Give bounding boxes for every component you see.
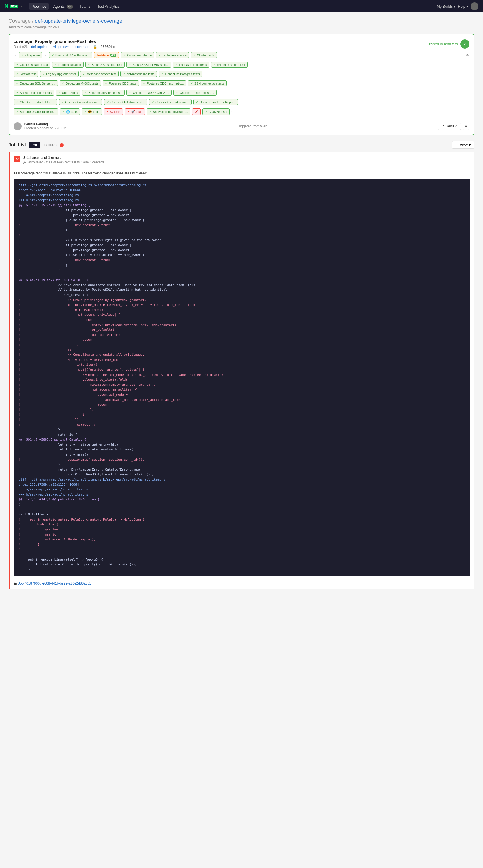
- build-title: coverage: Properly ignore non-Rust files: [13, 39, 115, 44]
- rebuild-icon: ↺: [442, 124, 445, 128]
- tag-restart[interactable]: ✓ Restart test: [13, 71, 38, 77]
- build-pipeline[interactable]: def-:update-privilege-owners-coverage: [31, 45, 89, 49]
- view-button[interactable]: ⊞ View ▾: [452, 141, 475, 149]
- rebuild-button[interactable]: ↺ Rebuild: [438, 123, 461, 130]
- error-subtitle: ▶ Uncovered Lines in Pull Request in Cod…: [23, 160, 105, 164]
- author-name: Dennis Felsing: [24, 122, 66, 126]
- tag-metabase[interactable]: ✓ Metabase smoke test: [80, 71, 119, 77]
- tab-failures[interactable]: Failures 1: [41, 142, 67, 148]
- pipeline-tags-row4: ✓ Debezium SQL Server t... ✓ Debezium My…: [13, 80, 470, 86]
- tag-kafka-sasl[interactable]: ✓ Kafka SASL PLAIN smo...: [126, 62, 171, 67]
- tag-checks-drop[interactable]: ✓ Checks + DROP/CREAT...: [126, 90, 171, 96]
- page-subtitle: Tests with code coverage for PRs: [8, 25, 475, 29]
- tag-kafka-persistence[interactable]: ✓ Kafka persistence: [121, 52, 154, 58]
- tag-build-x86[interactable]: ✓ Build x86_64 with cove...: [49, 52, 92, 58]
- tag-more-button[interactable]: ›: [231, 108, 232, 115]
- logo-separator: ·: [21, 4, 22, 8]
- pipeline-tags-row7: ✓ Storage Usage Table Te... ✓ 🌐 tests ✓ …: [13, 108, 470, 115]
- error-count: 2 failures and 1 error:: [23, 155, 105, 160]
- build-status-icon: ✓: [460, 39, 470, 49]
- tag-source-sink[interactable]: ✓ Source/Sink Error Repo...: [193, 99, 237, 105]
- pipeline-tags-row6: ✓ Checks + restart of the ... ✓ Checks +…: [13, 99, 470, 105]
- job-link-container: in Job #0187900b-9c08-441b-be29-a36e2d86…: [14, 579, 470, 586]
- expand-right-button[interactable]: ›: [44, 53, 47, 58]
- tag-checks-restart-cluste[interactable]: ✓ Checks + restart cluste...: [173, 90, 217, 96]
- tag-cluster-tests[interactable]: ✓ Cluster tests: [191, 52, 217, 58]
- tag-chbench[interactable]: ✓ chbench smoke test: [211, 62, 248, 67]
- tag-cluster-isolation[interactable]: ✓ Cluster isolation test: [13, 62, 51, 67]
- tag-testdrive[interactable]: Testdrive 4/4: [94, 52, 119, 58]
- build-actions: ↺ Rebuild ▾: [438, 123, 470, 130]
- pipeline-tags-row5: ✓ Kafka resumption tests ✓ Short Zippy ✓…: [13, 90, 470, 96]
- build-hash-icon: 🔒: [93, 45, 97, 49]
- author-avatar: [13, 122, 22, 130]
- tag-short-zippy[interactable]: ✓ Short Zippy: [56, 90, 80, 96]
- tab-all[interactable]: All: [29, 142, 40, 148]
- tag-failed-x[interactable]: ✗: [192, 108, 201, 115]
- nav-agents[interactable]: Agents 64: [51, 3, 75, 10]
- tag-emoji-tests-1[interactable]: ✓ 😎 tests: [82, 108, 102, 115]
- tag-replica-isolation[interactable]: ✓ Replica isolation: [52, 62, 84, 67]
- tag-mkpipeline[interactable]: ✓ mkpipeline: [19, 52, 42, 58]
- tag-postgres-cdc-res[interactable]: ✓ Postgres CDC resumptio...: [140, 80, 187, 86]
- nav-divider: [26, 3, 26, 10]
- build-author: Dennis Felsing Created Monday at 6:23 PM: [13, 122, 66, 130]
- pipeline-tags-row3: ✓ Restart test ✓ Legacy upgrade tests ✓ …: [13, 71, 470, 77]
- error-body: Full coverage report is available in Bui…: [10, 168, 475, 589]
- tag-tag-tests[interactable]: ✗ 🏷 tests: [104, 108, 123, 115]
- build-meta: Build #26 def-:update-privilege-owners-c…: [13, 45, 115, 49]
- error-x-icon: ✕: [14, 156, 21, 162]
- job-list-title: Job List: [8, 143, 26, 148]
- build-status: Passed in 45m 57s ✓: [427, 39, 470, 49]
- tag-checks-restart-sourc[interactable]: ✓ Checks + restart sourc...: [149, 99, 192, 105]
- pipeline-stage-1: ‹ ✓ mkpipeline ›: [13, 52, 47, 58]
- page-content: Coverage / def-:update-privilege-owners-…: [0, 12, 483, 594]
- build-number: Build #26: [13, 45, 28, 49]
- tag-debezium-sql[interactable]: ✓ Debezium SQL Server t...: [13, 80, 58, 86]
- nav-pipelines[interactable]: Pipelines: [29, 3, 49, 10]
- tag-table-persistence[interactable]: ✓ Table persistence: [156, 52, 189, 58]
- user-avatar[interactable]: [471, 2, 479, 10]
- tag-checks-kill[interactable]: ✓ Checks + kill storage cl...: [104, 99, 148, 105]
- tag-ssh[interactable]: ✓ SSH connection tests: [188, 80, 226, 86]
- my-builds-dropdown[interactable]: My Builds ▾: [437, 4, 455, 8]
- tag-storage-usage[interactable]: ✓ Storage Usage Table Te...: [13, 108, 58, 115]
- nav-teams[interactable]: Teams: [77, 3, 93, 10]
- job-link[interactable]: Job #0187900b-9c08-441b-be29-a36e2d86a3c…: [18, 582, 91, 586]
- view-icon: ⊞: [455, 143, 459, 147]
- pipeline-tags: ‹ ✓ mkpipeline › ✓ Build x86_64 with cov…: [13, 52, 470, 58]
- tag-debezium-pg[interactable]: ✓ Debezium Postgres tests: [159, 71, 202, 77]
- logo-icon: N: [4, 3, 8, 9]
- error-description: Full coverage report is available in Bui…: [14, 171, 470, 175]
- tag-fast-sql[interactable]: ✓ Fast SQL logic tests: [173, 62, 210, 67]
- nav-test-analytics[interactable]: Test Analytics: [95, 3, 122, 10]
- code-block: diff --git a/src/adapter/src/catalog.rs …: [14, 179, 470, 576]
- logo[interactable]: N NEW ·: [4, 3, 22, 9]
- tag-kafka-ssl[interactable]: ✓ Kafka SSL smoke test: [85, 62, 125, 67]
- logo-badge: NEW: [10, 4, 18, 8]
- tag-analyze-coverage[interactable]: ✓ Analyze code coverage...: [147, 108, 191, 115]
- navigation: N NEW · Pipelines Agents 64 Teams Test A…: [0, 0, 483, 12]
- tag-debezium-mysql[interactable]: ✓ Debezium MySQL tests: [60, 80, 101, 86]
- tag-rocket-tests[interactable]: ✗ 🚀 tests: [125, 108, 145, 115]
- expand-left-button[interactable]: ‹: [13, 53, 17, 58]
- tag-legacy-upgrade[interactable]: ✓ Legacy upgrade tests: [40, 71, 78, 77]
- help-dropdown[interactable]: Help ▾: [458, 4, 468, 8]
- build-trigger: Triggered from Web: [237, 124, 267, 128]
- job-tabs: All Failures 1: [29, 142, 67, 148]
- rebuild-more-button[interactable]: ▾: [462, 123, 470, 130]
- tag-checks-restart-of-the[interactable]: ✓ Checks + restart of the ...: [13, 99, 57, 105]
- eye-button[interactable]: 👁: [466, 52, 470, 58]
- breadcrumb: Coverage / def-:update-privilege-owners-…: [8, 18, 475, 24]
- error-panel: ✕ 2 failures and 1 error: ▶ Uncovered Li…: [8, 152, 475, 589]
- tag-dbt[interactable]: ✓ dbt-materialize tests: [121, 71, 157, 77]
- tag-analyze-tests[interactable]: ✓ Analyze tests: [202, 108, 230, 115]
- pipeline-tags-row2: ✓ Cluster isolation test ✓ Replica isola…: [13, 62, 470, 67]
- build-status-text: Passed in 45m 57s: [427, 42, 458, 46]
- tag-globe-tests[interactable]: ✓ 🌐 tests: [60, 108, 80, 115]
- tag-checks-restart-env[interactable]: ✓ Checks + restart of env...: [59, 99, 102, 105]
- tag-postgres-cdc[interactable]: ✓ Postgres CDC tests: [103, 80, 139, 86]
- tag-kafka-exactly[interactable]: ✓ Kafka exactly-once tests: [82, 90, 125, 96]
- tag-kafka-res[interactable]: ✓ Kafka resumption tests: [13, 90, 54, 96]
- author-time: Created Monday at 6:23 PM: [24, 126, 66, 130]
